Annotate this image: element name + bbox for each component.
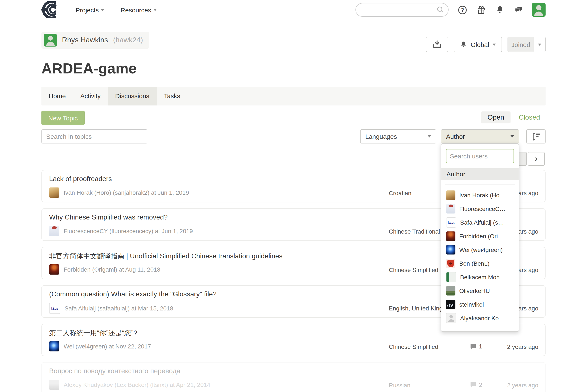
topic-time: 2 years ago: [507, 343, 538, 350]
user-avatar: [446, 190, 455, 200]
user-avatar[interactable]: [532, 3, 545, 17]
user-avatar: [446, 272, 456, 282]
user-avatar: [446, 217, 456, 228]
topic-language: Chinese Traditional: [389, 228, 440, 235]
global-search-input[interactable]: [361, 6, 436, 14]
chevron-down-icon: [428, 135, 431, 138]
main: Rhys Hawkins (hawk24) Global: [42, 20, 545, 392]
topic-author-avatar: [49, 264, 59, 274]
user-name: Safa Alfulaij (s…: [460, 219, 504, 226]
author-selected-option[interactable]: Author: [441, 168, 519, 180]
author-filter[interactable]: Author: [441, 130, 519, 144]
comment-icon: [470, 382, 476, 388]
project-tabs: Home Activity Discussions Tasks: [42, 87, 545, 106]
author-option[interactable]: Alyaksandr Ko…: [446, 311, 514, 325]
author-option[interactable]: Belkacem Moh…: [446, 270, 514, 284]
tab-home[interactable]: Home: [42, 87, 73, 106]
user-name: Belkacem Moh…: [460, 274, 506, 280]
project-owner-badge[interactable]: Rhys Hawkins (hawk24): [42, 32, 149, 49]
download-button[interactable]: [426, 37, 448, 52]
author-option[interactable]: Ivan Horak (Ho…: [446, 188, 514, 202]
tab-discussions[interactable]: Discussions: [108, 87, 157, 106]
owner-avatar: [44, 34, 57, 46]
topic-title: 非官方简体中文翻译指南 | Unofficial Simplified Chin…: [49, 252, 283, 261]
resources-menu[interactable]: Resources: [121, 6, 157, 14]
topic-language: Chinese Simplified: [389, 266, 438, 273]
topic-title: Вопрос по поводу контекстного перевода: [49, 367, 180, 375]
notification-scope-button[interactable]: Global: [453, 37, 502, 52]
comment-count: 1: [479, 343, 482, 350]
owner-name: Rhys Hawkins: [62, 36, 108, 44]
download-icon: [432, 39, 442, 50]
topic-author-text: Ivan Horak (Horo) (sanjahorak2) at Jun 1…: [64, 189, 189, 196]
user-avatar: [446, 313, 456, 323]
joined-button[interactable]: Joined: [507, 37, 534, 52]
author-option[interactable]: Ben (BenL): [446, 257, 514, 270]
filter-open[interactable]: Open: [481, 112, 510, 124]
topic-title: 第二人称统一用“你”还是“您”?: [49, 329, 137, 338]
messages-button[interactable]: [513, 5, 524, 15]
notification-scope-label: Global: [471, 41, 489, 48]
topic-author: Wei (wei4green) at Nov 22, 2017: [49, 341, 151, 352]
user-avatar: [446, 259, 455, 268]
joined-menu-button[interactable]: [534, 37, 545, 52]
chevron-down-icon: [510, 135, 514, 138]
topic-row[interactable]: Вопрос по поводу контекстного переводаAl…: [42, 362, 545, 392]
topic-time: 2 years ago: [507, 382, 538, 388]
topic-author-avatar: [49, 226, 59, 236]
author-option[interactable]: Wei (wei4green): [446, 243, 514, 257]
chat-bubbles-icon: [513, 5, 524, 15]
gift-button[interactable]: [476, 5, 486, 15]
global-search[interactable]: [355, 3, 449, 17]
topic-language: Russian: [389, 382, 410, 388]
topic-search-input[interactable]: [42, 130, 147, 144]
chevron-down-icon: [538, 43, 541, 46]
topic-language: Chinese Simplified: [389, 343, 438, 350]
app-logo-icon[interactable]: [41, 1, 59, 18]
user-name: Wei (wei4green): [459, 246, 503, 253]
comment-count: 2: [479, 381, 482, 388]
notifications-button[interactable]: [495, 5, 504, 15]
resources-menu-label: Resources: [121, 6, 151, 14]
user-name: Ben (BenL): [459, 260, 490, 267]
author-search-input[interactable]: [446, 149, 514, 163]
user-name: Ivan Horak (Ho…: [459, 192, 505, 198]
topic-author-avatar: [49, 188, 59, 198]
pagination-next-button[interactable]: ›: [528, 152, 545, 166]
svg-text:?: ?: [461, 7, 464, 12]
topic-author-text: FluorescenceCY (fluorescencecy) at Jun 1…: [64, 228, 193, 234]
new-topic-button[interactable]: New Topic: [42, 110, 85, 125]
filter-row: Languages Author: [42, 130, 545, 144]
tab-tasks[interactable]: Tasks: [157, 87, 188, 106]
user-avatar: [446, 232, 455, 241]
user-avatar: [446, 204, 455, 214]
author-option[interactable]: Forbidden (Ori…: [446, 229, 514, 243]
topic-comments: 1: [470, 343, 482, 350]
help-button[interactable]: ?: [457, 5, 467, 15]
user-name: Forbidden (Ori…: [459, 233, 504, 240]
user-name: OliverkeHU: [459, 288, 490, 294]
author-option[interactable]: steinvikel: [446, 298, 514, 311]
chevron-down-icon: [492, 43, 496, 46]
divider: [445, 184, 515, 184]
tab-activity[interactable]: Activity: [73, 87, 108, 106]
sort-button[interactable]: [526, 130, 545, 144]
user-avatar: [446, 300, 455, 309]
topic-author: Ivan Horak (Horo) (sanjahorak2) at Jun 1…: [49, 188, 189, 198]
author-option[interactable]: FluorescenceC…: [446, 202, 514, 216]
topic-author-text: Alexey Khudyakov (Lex Backer) (ltsnxt) a…: [64, 381, 210, 388]
author-option[interactable]: Safa Alfulaij (s…: [446, 216, 514, 229]
topic-author-text: Safa Alfulaij (safaalfulaij) at Mar 15, …: [65, 305, 173, 312]
projects-menu-label: Projects: [76, 6, 99, 14]
gift-icon: [476, 5, 486, 15]
chevron-down-icon: [101, 9, 104, 11]
author-user-list: Ivan Horak (Ho…FluorescenceC…Safa Alfula…: [446, 188, 514, 325]
author-dropdown-panel: Author Ivan Horak (Ho…FluorescenceC…Safa…: [441, 144, 519, 332]
bell-icon: [495, 5, 504, 15]
author-option[interactable]: OliverkeHU: [446, 284, 514, 298]
topic-author-text: Forbidden (Origami) at Aug 11, 2018: [64, 266, 160, 273]
help-icon: ?: [457, 5, 467, 15]
filter-closed[interactable]: Closed: [519, 114, 540, 121]
projects-menu[interactable]: Projects: [76, 6, 104, 14]
languages-filter[interactable]: Languages: [360, 130, 436, 144]
